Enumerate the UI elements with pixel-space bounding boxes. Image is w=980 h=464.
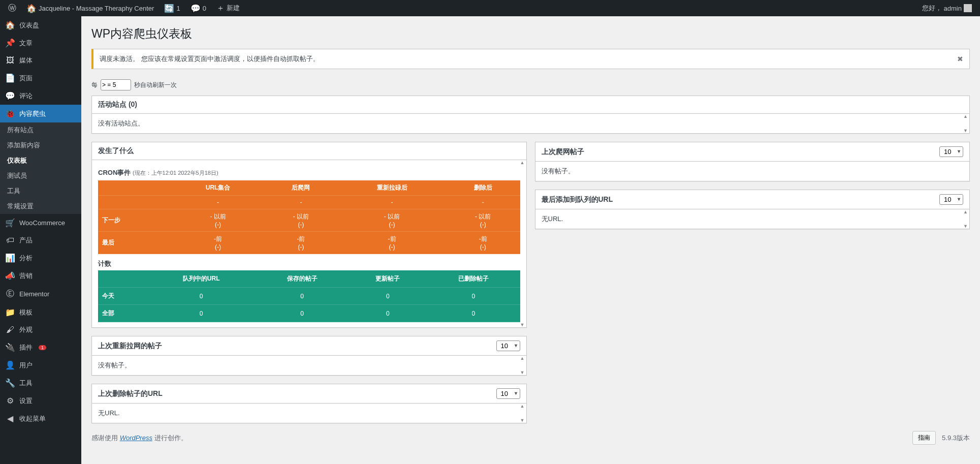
scroll-arrows[interactable]: ▲▼ — [520, 160, 526, 327]
menu-appearance[interactable]: 🖌外观 — [0, 321, 81, 338]
wordpress-link[interactable]: WordPress — [120, 434, 152, 442]
menu-comments[interactable]: 💬评论 — [0, 87, 81, 105]
last-queued-panel: 最后添加到队列的URL 10 无URL. ▲▼ — [535, 190, 970, 229]
menu-elementor[interactable]: ⒺElementor — [0, 285, 81, 303]
menu-pages[interactable]: 📄页面 — [0, 69, 81, 87]
submenu-all-sites[interactable]: 所有站点 — [0, 122, 81, 138]
menu-collapse[interactable]: ◀收起菜单 — [0, 410, 81, 427]
product-icon: 🏷 — [5, 236, 15, 245]
collapse-icon: ◀ — [5, 414, 15, 423]
scroll-arrows[interactable]: ▲▼ — [963, 209, 969, 229]
site-name-link[interactable]: 🏠Jacqueline - Massage Theraphy Center — [22, 0, 158, 16]
comment-icon: 💬 — [5, 91, 15, 101]
woo-icon: 🛒 — [5, 218, 15, 228]
menu-tools[interactable]: 🔧工具 — [0, 374, 81, 392]
refresh-interval-input[interactable] — [101, 79, 131, 90]
avatar — [964, 4, 972, 12]
last-queued-body: 无URL. — [542, 215, 563, 223]
last-recrawled-body: 没有帖子。 — [98, 361, 131, 369]
admin-sidebar: 🏠仪表盘 📌文章 🖼媒体 📄页面 💬评论 🐞内容爬虫 所有站点 添加新内容 仪表… — [0, 16, 81, 452]
wp-logo[interactable]: ⓦ — [4, 0, 20, 16]
menu-content-crawler[interactable]: 🐞内容爬虫 — [0, 105, 81, 122]
submenu-tools[interactable]: 工具 — [0, 183, 81, 199]
crawler-icon: 🐞 — [5, 109, 15, 118]
last-recrawled-title: 上次重新拉网的帖子 — [98, 342, 162, 351]
dashboard-icon: 🏠 — [5, 20, 15, 30]
notice-dismiss-button[interactable]: ✖ — [957, 55, 963, 63]
admin-footer: 感谢使用 WordPress 进行创作。 指南 5.9.3版本 — [81, 423, 980, 452]
menu-dashboard[interactable]: 🏠仪表盘 — [0, 16, 81, 34]
last-crawled-title: 上次爬网帖子 — [542, 147, 584, 157]
menu-analytics[interactable]: 📊分析 — [0, 249, 81, 267]
counts-table: 队列中的URL 保存的帖子 更新帖子 已删除帖子 今天 0 0 0 0 — [98, 270, 520, 322]
media-icon: 🖼 — [5, 56, 15, 65]
cron-now: (现在：上午12:01 2022年5月18日) — [133, 170, 218, 176]
elementor-icon: Ⓔ — [5, 289, 15, 299]
updates-link[interactable]: 🔄1 — [160, 0, 184, 16]
cron-table: URL集合 后爬网 重新拉碌后 删除后 - - - - — [98, 180, 520, 254]
brush-icon: 🖌 — [5, 325, 15, 334]
menu-users[interactable]: 👤用户 — [0, 356, 81, 374]
active-sites-panel: 活动站点 (0) 没有活动站点。 ▲▼ — [91, 96, 970, 134]
marketing-icon: 📣 — [5, 271, 15, 281]
page-icon: 📄 — [5, 73, 15, 83]
user-icon: 👤 — [5, 360, 15, 370]
account-link[interactable]: 您好， admin — [918, 0, 976, 16]
submenu-add-new[interactable]: 添加新内容 — [0, 138, 81, 153]
auto-refresh-row: 每 秒自动刷新一次 — [91, 79, 970, 90]
site-title: Jacqueline - Massage Theraphy Center — [39, 5, 154, 12]
scroll-arrows[interactable]: ▲▼ — [963, 114, 969, 133]
crawler-submenu: 所有站点 添加新内容 仪表板 测试员 工具 常规设置 — [0, 122, 81, 214]
new-label: 新建 — [227, 4, 240, 13]
refresh-suffix: 秒自动刷新一次 — [134, 81, 177, 89]
submenu-tester[interactable]: 测试员 — [0, 168, 81, 183]
admin-toolbar: ⓦ 🏠Jacqueline - Massage Theraphy Center … — [0, 0, 980, 16]
wrench-icon: 🔧 — [5, 378, 15, 388]
submenu-dashboard[interactable]: 仪表板 — [0, 153, 81, 168]
submenu-general-settings[interactable]: 常规设置 — [0, 199, 81, 214]
new-content-link[interactable]: ＋新建 — [212, 0, 244, 16]
menu-settings[interactable]: ⚙设置 — [0, 392, 81, 410]
last-queued-count-select[interactable]: 10 — [939, 194, 963, 205]
template-icon: 📁 — [5, 307, 15, 317]
menu-marketing[interactable]: 📣营销 — [0, 267, 81, 285]
menu-media[interactable]: 🖼媒体 — [0, 52, 81, 69]
menu-woocommerce[interactable]: 🛒WooCommerce — [0, 214, 81, 232]
plugin-icon: 🔌 — [5, 343, 15, 352]
last-deleted-title: 上次删除帖子的URL — [98, 389, 163, 398]
last-deleted-body: 无URL. — [98, 409, 120, 417]
menu-templates[interactable]: 📁模板 — [0, 303, 81, 321]
counts-title: 计数 — [98, 254, 520, 270]
footer-thanks-prefix: 感谢使用 — [91, 434, 120, 442]
refresh-prefix: 每 — [91, 81, 98, 89]
menu-plugins[interactable]: 🔌插件1 — [0, 338, 81, 356]
last-deleted-panel: 上次删除帖子的URL 10 无URL. ▲▼ — [91, 384, 527, 423]
plugin-update-badge: 1 — [39, 345, 46, 350]
page-title: WP内容爬虫仪表板 — [91, 21, 970, 44]
username: admin — [944, 5, 962, 12]
last-crawled-panel: 上次爬网帖子 10 没有帖子。 — [535, 142, 970, 181]
active-sites-body: 没有活动站点。 — [98, 119, 144, 127]
active-sites-title: 活动站点 (0) — [98, 100, 137, 109]
last-recrawled-panel: 上次重新拉网的帖子 10 没有帖子。 ▲▼ — [91, 336, 527, 376]
main-content: WP内容爬虫仪表板 调度未激活。 您应该在常规设置页面中激活调度，以便插件自动抓… — [81, 16, 980, 423]
last-deleted-count-select[interactable]: 10 — [496, 388, 520, 399]
menu-products[interactable]: 🏷产品 — [0, 232, 81, 249]
scroll-arrows[interactable]: ▲▼ — [520, 404, 526, 423]
comments-link[interactable]: 💬0 — [186, 0, 210, 16]
notice-text: 调度未激活。 您应该在常规设置页面中激活调度，以便插件自动抓取帖子。 — [100, 54, 320, 64]
warning-notice: 调度未激活。 您应该在常规设置页面中激活调度，以便插件自动抓取帖子。 ✖ — [91, 49, 970, 69]
cron-label: CRON事件 — [98, 169, 131, 176]
scroll-arrows[interactable]: ▲▼ — [520, 356, 526, 375]
last-crawled-body: 没有帖子。 — [542, 167, 575, 175]
last-recrawled-count-select[interactable]: 10 — [496, 341, 520, 351]
help-button[interactable]: 指南 — [912, 431, 936, 445]
menu-posts[interactable]: 📌文章 — [0, 34, 81, 52]
updates-count: 1 — [176, 5, 180, 12]
footer-thanks-suffix: 进行创作。 — [152, 434, 187, 442]
analytics-icon: 📊 — [5, 253, 15, 263]
gear-icon: ⚙ — [5, 396, 15, 406]
what-happened-panel: 发生了什么 ▲▼ CRON事件 (现在：上午12:01 2022年5月18日) … — [91, 142, 527, 328]
last-crawled-count-select[interactable]: 10 — [939, 146, 963, 157]
pin-icon: 📌 — [5, 38, 15, 48]
